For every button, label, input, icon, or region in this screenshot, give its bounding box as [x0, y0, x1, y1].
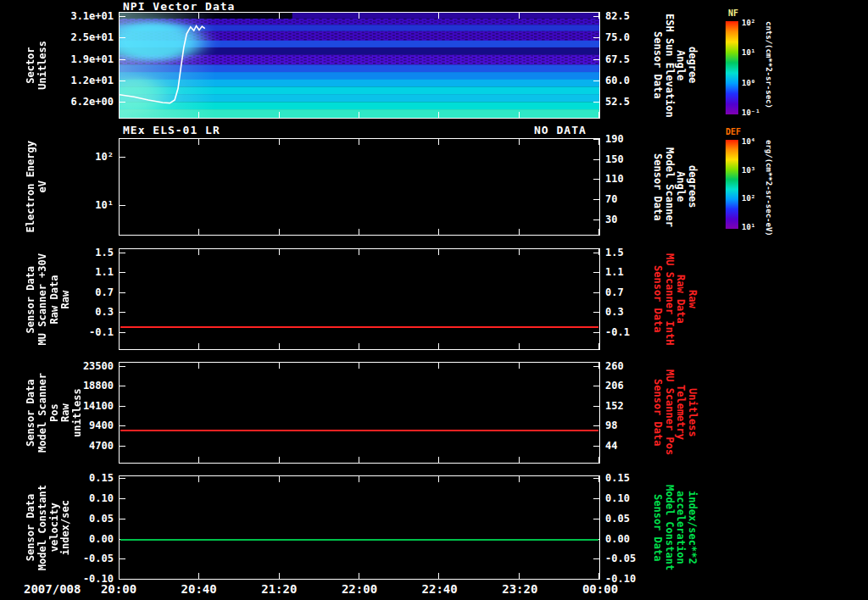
- x-axis-tickmark: [279, 13, 280, 19]
- x-axis-tickmark: [438, 13, 439, 19]
- x-axis-tickmark: [198, 476, 199, 482]
- panel5-right-label-text: Sensor Data Model Constant acceleration …: [651, 485, 698, 570]
- x-axis-tickmark: [598, 229, 599, 235]
- y-axis-tickmark: [593, 37, 599, 38]
- colorbar-nf-ticks: 10²10¹10⁰10⁻¹: [742, 21, 760, 114]
- y-axis-tick-label: 1.5: [605, 247, 624, 258]
- panel3-right-label-text: Sensor Data MU Scanner IntH Raw Data Raw: [651, 253, 698, 345]
- y-axis-tick-label: 1.5: [95, 247, 114, 258]
- y-axis-tickmark: [120, 205, 125, 206]
- y-axis-tickmark: [120, 81, 125, 81]
- y-axis-tick-label: 152: [605, 401, 624, 411]
- y-axis-tick-label: -0.05: [83, 553, 114, 564]
- y-axis-tickmark: [120, 386, 125, 386]
- x-axis-tick-label: 00:00: [582, 582, 618, 596]
- panel2-plot-area: 10²10¹1901501107030: [119, 138, 600, 236]
- y-axis-tick-label: 18800: [83, 381, 114, 391]
- x-axis-tickmark: [279, 229, 280, 235]
- y-axis-tick-label: 190: [605, 134, 624, 144]
- x-axis-tickmark: [198, 229, 199, 235]
- y-axis-tick-label: 9400: [89, 420, 114, 431]
- colorbar-def-label: DEF: [722, 127, 744, 136]
- x-axis-tickmark: [519, 573, 520, 579]
- colorbar-nf-label: NF: [722, 8, 744, 18]
- x-axis-tickmark: [359, 112, 359, 118]
- colorbar-tick-label: 10⁰: [742, 79, 755, 86]
- panel4-plot-area: 235001880014100940047002602061529844: [119, 362, 600, 464]
- y-axis-tickmark: [120, 425, 125, 426]
- y-axis-tick-label: 67.5: [605, 54, 630, 64]
- y-axis-tick-label: 30: [605, 214, 617, 225]
- x-axis-tickmark: [598, 363, 599, 369]
- y-axis-tick-label: 3.1e+01: [70, 11, 114, 21]
- panel2-right-axis-label: Sensor Data Model Scanner Angle degrees: [651, 138, 698, 236]
- plot-screen: NPI Vector Data Sector Unitless 3.1e+012…: [0, 0, 868, 600]
- y-axis-tickmark: [120, 366, 125, 367]
- y-axis-tickmark: [593, 102, 599, 103]
- y-axis-tickmark: [120, 37, 125, 38]
- panel3-left-axis-label: Sensor Data MU Scanner +30V Raw Data Raw: [25, 248, 72, 350]
- panel2-title: MEx ELS-01 LR: [123, 124, 220, 136]
- y-axis-tick-label: 98: [605, 420, 617, 431]
- y-axis-tick-label: 0.00: [605, 534, 630, 544]
- y-axis-tickmark: [593, 406, 599, 407]
- x-axis-tickmark: [119, 363, 120, 369]
- x-axis-tickmark: [279, 457, 280, 463]
- x-axis-tickmark: [598, 112, 599, 118]
- y-axis-tickmark: [120, 59, 125, 60]
- y-axis-tick-label: 10¹: [95, 200, 114, 210]
- x-axis-tickmark: [519, 112, 520, 118]
- y-axis-tickmark: [120, 406, 125, 407]
- y-axis-tickmark: [120, 558, 125, 559]
- x-axis-tickmark: [598, 249, 599, 255]
- panel3-ylabel-text: Sensor Data MU Scanner +30V Raw Data Raw: [25, 253, 72, 345]
- panel2-right-label-text: Sensor Data Model Scanner Angle degrees: [651, 147, 698, 227]
- x-axis-tickmark: [119, 457, 120, 463]
- y-axis-tickmark: [120, 102, 125, 103]
- panel4-right-axis-label: Sensor Data MU Scanner Pos Telemetry Uni…: [651, 362, 698, 464]
- x-axis-tickmark: [198, 343, 199, 349]
- y-axis-tickmark: [593, 519, 599, 519]
- x-axis-tickmark: [119, 112, 120, 118]
- y-axis-tick-label: 0.05: [605, 514, 630, 524]
- colorbar-tick-label: 10¹: [742, 49, 755, 57]
- x-axis-tickmark: [198, 363, 199, 369]
- y-axis-tick-label: 1.1: [605, 267, 624, 277]
- colorbar-nf-gradient: [726, 21, 738, 114]
- y-axis-tick-label: -0.05: [605, 553, 636, 564]
- colorbar-def-ticks: 10⁴10³10²10¹: [742, 140, 760, 229]
- y-axis-tick-label: 10²: [95, 152, 114, 162]
- y-axis-tickmark: [593, 558, 599, 559]
- colorbar-def: DEF 10⁴10³10²10¹ erg/(cm**2-sr-sec-eV): [726, 140, 785, 229]
- colorbar-def-gradient: [726, 140, 738, 229]
- y-axis-tick-label: 4700: [89, 441, 114, 451]
- data-line: [120, 326, 598, 328]
- x-axis-tickmark: [198, 457, 199, 463]
- panel4-ylabel-text: Sensor Data Model Scanner Pos Raw unitle…: [25, 362, 84, 464]
- y-axis-tick-label: 23500: [83, 361, 114, 371]
- x-axis-tickmark: [519, 13, 520, 19]
- x-axis-tickmark: [438, 139, 439, 145]
- x-axis-tickmark: [438, 363, 439, 369]
- y-axis-tickmark: [593, 179, 599, 180]
- x-axis-tickmark: [198, 13, 199, 19]
- x-axis-tickmark: [119, 343, 120, 349]
- x-axis-tickmark: [119, 249, 120, 255]
- panel2-no-data-annotation: NO DATA: [534, 124, 587, 136]
- y-axis-tick-label: 0.3: [605, 307, 624, 317]
- y-axis-tick-label: 206: [605, 381, 624, 391]
- x-axis-tickmark: [438, 343, 439, 349]
- x-axis-tickmark: [598, 457, 599, 463]
- y-axis-tickmark: [593, 425, 599, 426]
- y-axis-tick-label: 52.5: [605, 97, 630, 107]
- x-axis-tickmark: [359, 457, 359, 463]
- colorbar-tick-label: 10⁴: [742, 138, 755, 146]
- y-axis-tick-label: 44: [605, 441, 617, 451]
- y-axis-tick-label: 60.0: [605, 75, 630, 86]
- y-axis-tick-label: 0.7: [605, 287, 624, 297]
- panel1-left-axis-label: Sector Unitless: [25, 12, 49, 119]
- x-axis-tickmark: [598, 573, 599, 579]
- x-axis-tickmark: [438, 573, 439, 579]
- y-axis-tickmark: [120, 478, 125, 479]
- y-axis-tick-label: -0.1: [605, 327, 630, 337]
